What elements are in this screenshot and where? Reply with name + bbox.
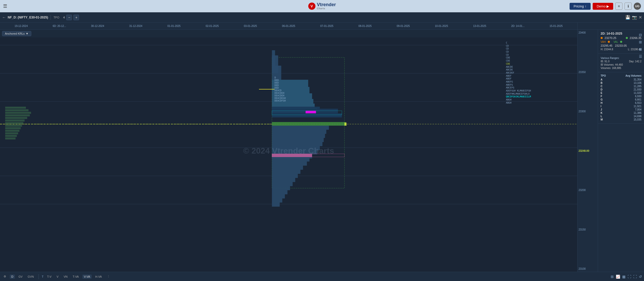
camera-icon-button[interactable]: 📷	[632, 15, 637, 20]
hl-row: H: 23344.8 L: 23198.45	[601, 48, 641, 51]
timeline-item-2: 30-12-2024	[79, 25, 117, 27]
svg-rect-37	[272, 166, 303, 170]
d-button[interactable]: D	[10, 275, 15, 279]
gv-button[interactable]: GV	[17, 275, 24, 279]
tpo-table-section: TPO Avg Volumes A 31,354 B 13,106 C 11,2…	[598, 72, 644, 124]
tpo-row: L 14,698	[601, 115, 641, 118]
svg-rect-25	[272, 126, 329, 130]
panel-icon-4[interactable]: ☰	[637, 53, 643, 59]
timeline-item-12: 13-01-2025	[460, 25, 499, 27]
timeline-item-7: 06-01-2025	[270, 25, 308, 27]
vn-button[interactable]: VN	[62, 275, 69, 279]
tpo-avg-vol: 6,930	[635, 95, 641, 98]
t-label: T	[42, 275, 44, 278]
tpo-avg-vol: 7,004	[635, 108, 641, 111]
menu-icon[interactable]: ☰	[3, 3, 7, 9]
close-panel-button[interactable]: ✕	[639, 15, 642, 20]
orange-dot	[601, 37, 603, 39]
tpo-letter: C	[601, 85, 606, 88]
brand-logo: V Vtrender Charts	[308, 2, 336, 10]
tpo-col-header: TPO	[601, 74, 606, 77]
vah-label: VAH	[601, 41, 606, 43]
volumes-label: Volumes:	[601, 67, 611, 69]
price-scale: 23400 23350 23300 23248.00 23200 23150 2…	[577, 30, 598, 272]
chart-area: Anchored KRLs ▼ © 2024 Vtrender Charts	[0, 30, 577, 272]
panel-icon-3[interactable]: ⊠	[637, 46, 643, 52]
tv-button[interactable]: T-V	[45, 275, 53, 279]
v-button[interactable]: V	[55, 275, 60, 279]
vah-val-row: VAH VAL	[601, 41, 641, 43]
symbol-label: NF_D: (NIFTY_E30-01-2025)	[8, 16, 48, 19]
timeline-item-5: 02-01-2025	[193, 25, 231, 27]
timeline-item-3: 31-12-2024	[117, 25, 155, 27]
anchored-krls-button[interactable]: Anchored KRLs ▼	[2, 31, 31, 36]
list-icon-button[interactable]: ≡	[615, 3, 622, 10]
timeline-item-14: 15-01-2025	[537, 25, 575, 27]
grid-icon-button[interactable]: ⊞	[611, 275, 614, 279]
svg-rect-30	[272, 146, 320, 150]
save-icon-button[interactable]: 💾	[625, 15, 630, 20]
ib-range: IB: 91.0	[601, 60, 609, 63]
chart-icon-button[interactable]: 📈	[616, 275, 620, 279]
svg-rect-59	[5, 137, 15, 139]
val-value: 23233.05	[615, 44, 627, 47]
svg-rect-36	[272, 162, 307, 166]
tpo-avg-vol: 15,035	[633, 118, 641, 121]
more-options-button[interactable]: ⋮	[105, 274, 111, 279]
timeline-item-8: 07-01-2025	[308, 25, 346, 27]
svg-text:D: D	[275, 76, 276, 79]
tpo-row: A 31,354	[601, 78, 641, 81]
svg-rect-51	[5, 117, 27, 119]
volumes-value: 168,885	[612, 67, 621, 69]
tpo-row: M 15,035	[601, 118, 641, 121]
brand-logo-circle: V	[308, 3, 315, 10]
vah-value: 23295.45	[601, 44, 612, 47]
svg-rect-21	[272, 113, 342, 117]
panel-icon-1[interactable]: ⊟	[637, 32, 643, 38]
panel-icon-2[interactable]: ⊞	[637, 39, 643, 45]
tpo-row: G 6,661	[601, 98, 641, 101]
svg-rect-33	[272, 154, 312, 157]
refresh-icon-button[interactable]: ↺	[639, 275, 642, 279]
tpo-plus-button[interactable]: +	[73, 15, 79, 20]
expand2-icon-button[interactable]: ⛶	[633, 275, 637, 279]
expand-icon-button[interactable]: ⛶	[628, 275, 631, 279]
price-level-23200: 23200	[579, 189, 597, 192]
timeline-item-6: 03-01-2025	[231, 25, 270, 27]
pricing-button[interactable]: Pricing ↑	[570, 3, 591, 10]
top-bar: ☰ V Vtrender Charts Pricing ↑ Demo ▶ ≡ ℹ…	[0, 0, 644, 12]
svg-rect-71	[344, 123, 347, 126]
svg-text:DEACDEH: DEACDEH	[275, 92, 284, 94]
user-badge[interactable]: UG	[634, 3, 641, 10]
tpo-minus-button[interactable]: −	[66, 15, 72, 20]
price-level-23248: 23248.00	[579, 149, 597, 152]
val-dot	[620, 41, 622, 43]
demo-button[interactable]: Demo ▶	[593, 3, 613, 10]
svg-text:DED: DED	[275, 87, 279, 89]
info-icon-button[interactable]: ℹ	[624, 3, 632, 10]
tpo-row: I 11,921	[601, 105, 641, 108]
svg-rect-47	[5, 107, 26, 109]
day-range: Day: 142.2	[629, 60, 641, 63]
tpo-letter: B	[601, 82, 606, 84]
svg-text:DED: DED	[275, 82, 279, 84]
anchored-krls-bar: Anchored KRLs ▼	[0, 30, 577, 37]
gear-settings-button[interactable]: ⚙	[2, 274, 8, 279]
back-button[interactable]: ←	[2, 15, 6, 20]
green-dot	[626, 37, 628, 39]
v-va-button[interactable]: V-VA	[82, 275, 92, 279]
price-level-23300: 23300	[579, 110, 597, 113]
ib-volumes-row: IB Volumes: 44,460	[601, 63, 641, 66]
svg-rect-46	[272, 203, 280, 207]
timeline-item-9: 08-01-2025	[346, 25, 384, 27]
tpo-row: H 6,553	[601, 101, 641, 105]
h-va-button[interactable]: H-VA	[94, 275, 103, 279]
t-va-button[interactable]: T-VA	[71, 275, 80, 279]
second-toolbar: ← NF_D: (NIFTY_E30-01-2025) TPO 4 − + 💾 …	[0, 12, 644, 23]
tpo-letter: K	[601, 112, 606, 114]
svg-rect-20	[272, 109, 338, 113]
tpo-avg-vol: 11,921	[633, 105, 641, 108]
gvn-button[interactable]: GVN	[26, 275, 35, 279]
svg-rect-44	[272, 194, 285, 198]
bars-icon-button[interactable]: ▦	[622, 275, 626, 279]
